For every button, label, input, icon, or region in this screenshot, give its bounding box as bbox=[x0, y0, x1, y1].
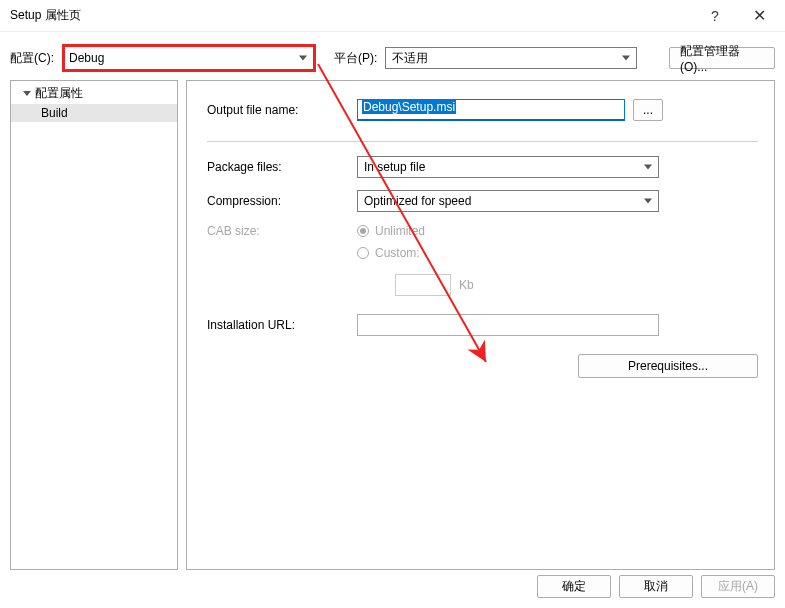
browse-button[interactable]: ... bbox=[633, 99, 663, 121]
cab-radio-custom: Custom: bbox=[357, 246, 474, 260]
chevron-down-icon bbox=[23, 91, 31, 96]
output-file-input[interactable]: Debug\Setup.msi bbox=[357, 99, 625, 121]
package-files-dropdown[interactable]: In setup file bbox=[357, 156, 659, 178]
config-label: 配置(C): bbox=[10, 50, 54, 67]
prerequisites-button[interactable]: Prerequisites... bbox=[578, 354, 758, 378]
window-title: Setup 属性页 bbox=[10, 7, 693, 24]
config-toolbar: 配置(C): Debug 平台(P): 不适用 配置管理器(O)... bbox=[0, 32, 785, 80]
compression-dropdown[interactable]: Optimized for speed bbox=[357, 190, 659, 212]
radio-icon bbox=[357, 247, 369, 259]
tree-item-build[interactable]: Build bbox=[11, 104, 177, 122]
output-file-label: Output file name: bbox=[207, 103, 357, 117]
installation-url-input[interactable] bbox=[357, 314, 659, 336]
tree-child-label: Build bbox=[41, 106, 68, 120]
compression-value: Optimized for speed bbox=[364, 194, 471, 208]
config-dropdown[interactable]: Debug bbox=[62, 44, 316, 72]
package-files-label: Package files: bbox=[207, 160, 357, 174]
row-cab-size: CAB size: Unlimited Custom: Kb bbox=[207, 224, 758, 296]
package-files-value: In setup file bbox=[364, 160, 425, 174]
row-package-files: Package files: In setup file bbox=[207, 156, 758, 178]
config-manager-button[interactable]: 配置管理器(O)... bbox=[669, 47, 775, 69]
installation-url-label: Installation URL: bbox=[207, 318, 357, 332]
cab-radio-unlimited: Unlimited bbox=[357, 224, 474, 238]
config-dropdown-value: Debug bbox=[69, 51, 104, 65]
row-installation-url: Installation URL: bbox=[207, 314, 758, 336]
property-tree[interactable]: 配置属性 Build bbox=[10, 80, 178, 570]
dialog-footer: 确定 取消 应用(A) bbox=[537, 575, 775, 598]
close-button[interactable]: ✕ bbox=[737, 1, 781, 31]
tree-root-label: 配置属性 bbox=[35, 85, 83, 102]
title-bar: Setup 属性页 ? ✕ bbox=[0, 0, 785, 32]
platform-dropdown[interactable]: 不适用 bbox=[385, 47, 637, 69]
row-output-file: Output file name: Debug\Setup.msi ... bbox=[207, 99, 758, 121]
cab-size-label: CAB size: bbox=[207, 224, 357, 238]
platform-dropdown-value: 不适用 bbox=[392, 50, 428, 67]
help-button[interactable]: ? bbox=[693, 1, 737, 31]
cancel-button[interactable]: 取消 bbox=[619, 575, 693, 598]
row-compression: Compression: Optimized for speed bbox=[207, 190, 758, 212]
form-panel: Output file name: Debug\Setup.msi ... Pa… bbox=[186, 80, 775, 570]
platform-label: 平台(P): bbox=[334, 50, 377, 67]
output-file-value: Debug\Setup.msi bbox=[362, 100, 456, 114]
apply-button: 应用(A) bbox=[701, 575, 775, 598]
cab-custom-input bbox=[395, 274, 451, 296]
tree-root-config-properties[interactable]: 配置属性 bbox=[11, 83, 177, 104]
radio-icon bbox=[357, 225, 369, 237]
content-area: 配置属性 Build Output file name: Debug\Setup… bbox=[0, 80, 785, 570]
compression-label: Compression: bbox=[207, 194, 357, 208]
section-divider bbox=[207, 141, 758, 142]
cab-unit-label: Kb bbox=[459, 278, 474, 292]
row-prerequisites: Prerequisites... bbox=[207, 354, 758, 378]
ok-button[interactable]: 确定 bbox=[537, 575, 611, 598]
